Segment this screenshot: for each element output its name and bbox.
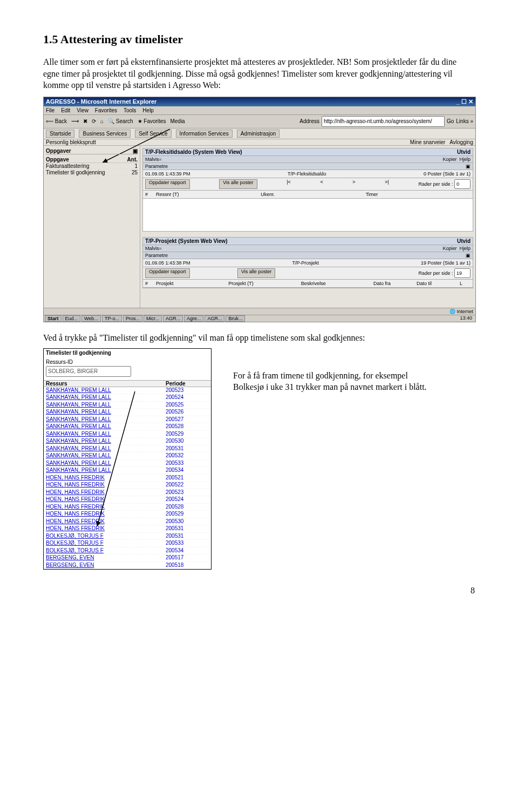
tab-business-services[interactable]: Business Services [79, 130, 131, 138]
collapse-icon[interactable]: ▣ [133, 148, 138, 154]
mine-snarveier[interactable]: Mine snarveier [410, 139, 446, 145]
utvid-link[interactable]: Utvid [457, 149, 471, 155]
favorites-button[interactable]: ★ Favorites [138, 118, 166, 124]
ressurs-link[interactable]: SANKHAYAN, PREM LALL [46, 409, 166, 416]
list-item[interactable]: HOEN, HANS FREDRIK200523 [44, 489, 211, 497]
list-item[interactable]: BERGSENG, EVEN200517 [44, 554, 211, 562]
ressurs-link[interactable]: SANKHAYAN, PREM LALL [46, 467, 166, 474]
ressurs-link[interactable]: SANKHAYAN, PREM LALL [46, 423, 166, 430]
list-item[interactable]: SANKHAYAN, PREM LALL200530 [44, 438, 211, 445]
address-input[interactable] [322, 116, 445, 127]
list-item[interactable]: SANKHAYAN, PREM LALL200533 [44, 460, 211, 468]
rader-input[interactable] [454, 268, 471, 278]
list-item[interactable]: SANKHAYAN, PREM LALL200527 [44, 416, 211, 424]
menu-favorites[interactable]: Favorites [95, 107, 117, 113]
nav-first-icon[interactable]: |< [287, 179, 291, 189]
nav-last-icon[interactable]: >| [385, 179, 389, 189]
vis-alle-poster-button[interactable]: Vis alle poster [219, 179, 257, 189]
hjelp-link[interactable]: Hjelp [459, 246, 471, 251]
taskbar-item[interactable]: Bruk... [226, 315, 245, 322]
links-label[interactable]: Links » [456, 118, 473, 124]
media-button[interactable]: Media [170, 118, 185, 124]
nav-next-icon[interactable]: > [352, 179, 355, 189]
list-item[interactable]: SANKHAYAN, PREM LALL200531 [44, 445, 211, 453]
list-item[interactable]: BOLKESJØ, TORJUS F200531 [44, 533, 211, 540]
ressurs-link[interactable]: SANKHAYAN, PREM LALL [46, 431, 166, 438]
menu-edit[interactable]: Edit [61, 107, 70, 113]
oppdater-rapport-button[interactable]: Oppdater rapport [145, 179, 190, 189]
list-item[interactable]: HOEN, HANS FREDRIK200524 [44, 496, 211, 504]
ressurs-link[interactable]: HOEN, HANS FREDRIK [46, 525, 166, 532]
list-item[interactable]: SANKHAYAN, PREM LALL200525 [44, 402, 211, 409]
task-fakturaattestering[interactable]: Fakturaattestering 1 [46, 163, 138, 170]
taskbar-item[interactable]: AGR... [163, 315, 183, 322]
kopier-link[interactable]: Kopier [442, 246, 456, 251]
ressurs-link[interactable]: SANKHAYAN, PREM LALL [46, 460, 166, 467]
taskbar-item[interactable]: Micr... [144, 315, 162, 322]
list-item[interactable]: HOEN, HANS FREDRIK200529 [44, 511, 211, 518]
list-item[interactable]: SANKHAYAN, PREM LALL200532 [44, 452, 211, 460]
list-item[interactable]: SANKHAYAN, PREM LALL200524 [44, 394, 211, 402]
ressurs-link[interactable]: BERGSENG, EVEN [46, 562, 166, 569]
taskbar-item[interactable]: Pros... [123, 315, 142, 322]
search-button[interactable]: 🔍 Search [108, 118, 133, 124]
ressurs-link[interactable]: BOLKESJØ, TORJUS F [46, 540, 166, 547]
ressurs-link[interactable]: BERGSENG, EVEN [46, 554, 166, 561]
ressurs-link[interactable]: SANKHAYAN, PREM LALL [46, 452, 166, 459]
stop-button[interactable]: ✖ [83, 118, 87, 124]
list-item[interactable]: HOEN, HANS FREDRIK200530 [44, 518, 211, 526]
ressurs-link[interactable]: SANKHAYAN, PREM LALL [46, 394, 166, 401]
window-controls[interactable]: _ ☐ ✕ [456, 98, 473, 105]
ressurs-link[interactable]: BOLKESJØ, TORJUS F [46, 547, 166, 554]
list-item[interactable]: HOEN, HANS FREDRIK200522 [44, 482, 211, 489]
collapse-icon[interactable]: ▣ [466, 164, 471, 169]
hjelp-link[interactable]: Hjelp [459, 157, 471, 162]
go-button[interactable]: Go [447, 118, 454, 124]
vis-alle-poster-button[interactable]: Vis alle poster [237, 268, 275, 278]
collapse-icon[interactable]: ▣ [466, 253, 471, 258]
ressurs-link[interactable]: SANKHAYAN, PREM LALL [46, 402, 166, 409]
list-item[interactable]: BERGSENG, EVEN200518 [44, 562, 211, 570]
list-item[interactable]: SANKHAYAN, PREM LALL200534 [44, 467, 211, 475]
ressurs-link[interactable]: HOEN, HANS FREDRIK [46, 511, 166, 518]
list-item[interactable]: HOEN, HANS FREDRIK200521 [44, 475, 211, 482]
kopier-link[interactable]: Kopier [442, 157, 456, 162]
ressurs-link[interactable]: HOEN, HANS FREDRIK [46, 475, 166, 482]
menu-bar[interactable]: File Edit View Favorites Tools Help [44, 106, 475, 115]
tab-self-service[interactable]: Self Service [135, 130, 171, 138]
taskbar-item[interactable]: Web... [81, 315, 101, 322]
ressurs-link[interactable]: HOEN, HANS FREDRIK [46, 518, 166, 525]
list-item[interactable]: HOEN, HANS FREDRIK200528 [44, 504, 211, 511]
rader-input[interactable] [454, 179, 471, 189]
list-item[interactable]: HOEN, HANS FREDRIK200531 [44, 525, 211, 533]
oppdater-rapport-button[interactable]: Oppdater rapport [145, 268, 190, 278]
ressurs-link[interactable]: HOEN, HANS FREDRIK [46, 504, 166, 511]
agresso-tabs[interactable]: Startside Business Services Self Service… [44, 128, 475, 139]
browser-toolbar[interactable]: ⟸ Back ⟶ ✖ ⟳ ⌂ 🔍 Search ★ Favorites Medi… [44, 115, 475, 128]
task-timelister-til-godkjenning[interactable]: Timelister til godkjenning 25 [46, 170, 138, 176]
refresh-button[interactable]: ⟳ [92, 118, 96, 124]
nav-prev-icon[interactable]: < [320, 179, 323, 189]
list-item[interactable]: BOLKESJØ, TORJUS F200534 [44, 547, 211, 555]
fwd-button[interactable]: ⟶ [71, 118, 79, 124]
ressurs-link[interactable]: HOEN, HANS FREDRIK [46, 489, 166, 496]
list-item[interactable]: SANKHAYAN, PREM LALL200526 [44, 409, 211, 416]
menu-view[interactable]: View [77, 107, 88, 113]
list-item[interactable]: SANKHAYAN, PREM LALL200529 [44, 431, 211, 438]
list-item[interactable]: SANKHAYAN, PREM LALL200523 [44, 387, 211, 395]
menu-help[interactable]: Help [142, 107, 154, 113]
taskbar-item[interactable]: AGR... [205, 315, 224, 322]
ressurs-link[interactable]: BOLKESJØ, TORJUS F [46, 533, 166, 540]
back-button[interactable]: ⟸ Back [46, 118, 67, 124]
avlogging-link[interactable]: Avlogging [449, 139, 473, 145]
taskbar-item[interactable]: Agre... [184, 315, 204, 322]
menu-tools[interactable]: Tools [124, 107, 136, 113]
menu-file[interactable]: File [46, 107, 54, 113]
ressurs-link[interactable]: HOEN, HANS FREDRIK [46, 496, 166, 503]
ressurs-link[interactable]: HOEN, HANS FREDRIK [46, 482, 166, 489]
taskbar-item[interactable]: TP-o... [102, 315, 122, 322]
tab-information-services[interactable]: Information Services [176, 130, 233, 138]
ressurs-link[interactable]: SANKHAYAN, PREM LALL [46, 438, 166, 445]
ressurs-link[interactable]: SANKHAYAN, PREM LALL [46, 416, 166, 423]
taskbar-item[interactable]: Eud... [63, 315, 81, 322]
